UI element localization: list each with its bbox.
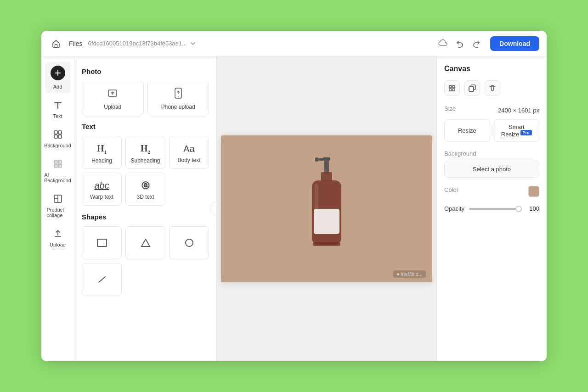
svg-rect-26: [449, 89, 452, 91]
circle-icon: [185, 238, 194, 250]
resize-button[interactable]: Resize: [444, 119, 490, 142]
resize-buttons: Resize Smart ResizePro: [444, 119, 539, 142]
sidebar-item-ai-background[interactable]: AI Background: [45, 154, 71, 187]
background-label: Background: [444, 150, 539, 157]
canvas-title: Canvas: [444, 65, 539, 73]
svg-rect-3: [54, 135, 57, 138]
opacity-slider-fill: [469, 208, 522, 210]
svg-rect-2: [58, 131, 62, 134]
threed-text-card[interactable]: ⓐ 3D text: [125, 173, 165, 206]
heading-card[interactable]: H1 Heading: [82, 136, 122, 169]
shapes-section-title: Shapes: [82, 213, 209, 221]
photo-section-title: Photo: [82, 67, 209, 75]
svg-rect-22: [314, 209, 339, 234]
topbar: Files 6fdcd160051019bc18f73b4fe53ae1... …: [41, 31, 547, 56]
color-section: Color: [444, 186, 539, 197]
topbar-icons: [438, 39, 481, 49]
photo-grid: Upload Phone upload: [82, 81, 209, 115]
cloud-icon[interactable]: [438, 39, 448, 49]
sidebar-item-background[interactable]: Background: [45, 124, 71, 152]
heading-icon: H1: [97, 143, 107, 155]
sidebar-item-upload[interactable]: Upload: [45, 224, 71, 251]
subheading-icon: H2: [141, 143, 150, 155]
files-link[interactable]: Files: [69, 40, 83, 47]
opacity-value: 100: [526, 205, 539, 212]
opacity-knob[interactable]: [515, 206, 522, 212]
svg-rect-18: [324, 160, 329, 174]
opacity-section: Opacity 100: [444, 205, 539, 212]
circle-shape-card[interactable]: [169, 226, 209, 259]
svg-rect-27: [452, 89, 455, 91]
svg-rect-1: [54, 131, 57, 134]
canvas-background: ● insMind...: [221, 135, 432, 282]
color-swatch[interactable]: [528, 186, 539, 197]
subheading-card[interactable]: H2 Subheading: [125, 136, 165, 169]
svg-rect-19: [321, 172, 332, 181]
body-text-card[interactable]: Aa Body text: [169, 136, 209, 169]
canvas-action-icons: [444, 80, 539, 96]
download-button[interactable]: Download: [490, 36, 539, 51]
delete-button[interactable]: [485, 80, 500, 96]
home-button[interactable]: [49, 36, 63, 51]
opacity-slider[interactable]: [469, 208, 522, 210]
threed-text-icon: ⓐ: [141, 180, 149, 191]
size-label: Size: [444, 105, 456, 112]
canvas-watermark: ● insMind...: [393, 270, 426, 278]
line-icon: [97, 275, 107, 286]
left-panel: Photo Upload: [74, 56, 217, 361]
smart-resize-button[interactable]: Smart ResizePro: [494, 119, 540, 142]
phone-upload-icon: [174, 88, 183, 101]
sidebar-item-text[interactable]: Text: [45, 95, 71, 123]
panel-collapse-button[interactable]: ‹: [212, 202, 217, 215]
upload-card-icon: [107, 88, 118, 101]
rectangle-shape-card[interactable]: [82, 226, 122, 259]
rectangle-icon: [97, 239, 107, 249]
triangle-icon: [141, 238, 151, 250]
svg-rect-7: [54, 164, 57, 168]
svg-rect-17: [315, 157, 318, 162]
svg-rect-6: [58, 160, 62, 163]
svg-rect-23: [313, 242, 340, 246]
warp-text-card[interactable]: abc Warp text: [82, 173, 122, 206]
chevron-down-icon[interactable]: [190, 40, 196, 47]
background-section: Background Select a photo: [444, 150, 539, 178]
background-icon: [53, 129, 63, 140]
copy-button[interactable]: [464, 80, 480, 96]
text-section-title: Text: [82, 123, 209, 130]
triangle-shape-card[interactable]: [125, 226, 165, 259]
svg-point-12: [178, 96, 179, 97]
right-panel: Canvas: [436, 56, 547, 361]
add-circle-button[interactable]: [51, 66, 65, 80]
text-grid: H1 Heading H2 Subheading Aa Body text ab…: [82, 136, 209, 206]
upload-icon: [53, 229, 63, 239]
svg-rect-24: [449, 85, 452, 88]
text-icon: [53, 100, 63, 110]
phone-upload-card[interactable]: Phone upload: [147, 81, 209, 115]
line-shape-card[interactable]: [82, 263, 122, 296]
svg-rect-25: [452, 85, 455, 88]
color-label: Color: [444, 186, 458, 193]
opacity-label: Opacity: [444, 205, 464, 212]
svg-rect-8: [58, 164, 62, 168]
body-text-icon: Aa: [183, 144, 194, 154]
svg-point-14: [186, 239, 193, 246]
redo-icon[interactable]: [472, 39, 481, 48]
pro-badge: Pro: [520, 130, 532, 135]
sidebar-add-button[interactable]: Add: [45, 62, 71, 93]
upload-card[interactable]: Upload: [82, 81, 144, 115]
shapes-grid: [82, 226, 209, 296]
svg-rect-5: [54, 160, 57, 163]
select-photo-button[interactable]: Select a photo: [444, 161, 539, 178]
svg-rect-4: [58, 135, 62, 138]
canvas-area: ● insMind...: [217, 56, 436, 361]
warp-text-icon: abc: [94, 180, 109, 191]
format-button[interactable]: [444, 80, 460, 96]
app-window: Files 6fdcd160051019bc18f73b4fe53ae1... …: [41, 31, 547, 361]
sidebar-item-product-collage[interactable]: Product collage: [45, 189, 71, 222]
size-section: Size 2400 × 1601 px Resize Smart ResizeP…: [444, 105, 539, 142]
icon-sidebar: Add Text: [41, 56, 74, 361]
collage-icon: [53, 194, 63, 204]
undo-icon[interactable]: [455, 39, 464, 48]
svg-rect-29: [469, 87, 474, 91]
svg-rect-13: [97, 239, 107, 246]
